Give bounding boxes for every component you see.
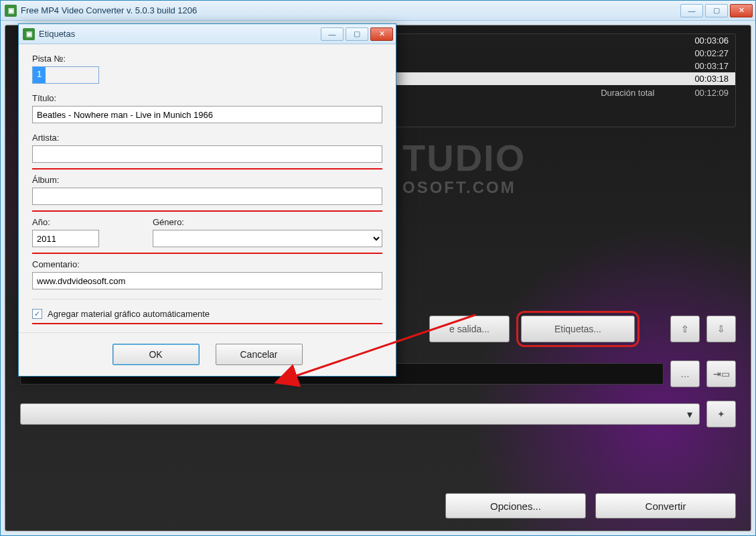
field-album: Álbum: bbox=[32, 175, 382, 205]
label-genero: Género: bbox=[153, 217, 382, 227]
auto-artwork-label: Agregar material gráfico automáticamente bbox=[48, 309, 210, 319]
dialog-footer: OK Cancelar bbox=[19, 332, 396, 376]
maximize-button[interactable]: ▢ bbox=[705, 4, 728, 17]
etiquetas-highlight: Etiquetas... bbox=[516, 311, 639, 347]
annotation-redline bbox=[32, 210, 382, 212]
field-genero: Género: bbox=[153, 217, 382, 247]
duration-cell: 00:03:06 bbox=[694, 36, 729, 46]
genre-select[interactable] bbox=[153, 230, 382, 247]
annotation-redline bbox=[32, 323, 382, 324]
title-input[interactable] bbox=[32, 106, 382, 123]
browse-button[interactable]: … bbox=[670, 360, 700, 387]
convert-button[interactable]: Convertir bbox=[595, 493, 736, 519]
main-titlebar: ▣ Free MP4 Video Converter v. 5.0.3 buil… bbox=[1, 1, 755, 21]
annotation-redline bbox=[32, 253, 382, 254]
field-comentario: Comentario: bbox=[32, 259, 382, 289]
duration-cell: 00:03:17 bbox=[694, 61, 729, 71]
year-input[interactable] bbox=[32, 230, 99, 247]
track-number-input[interactable]: 1 bbox=[32, 66, 99, 84]
preset-dropdown[interactable] bbox=[20, 403, 700, 425]
artist-input[interactable] bbox=[32, 145, 382, 163]
cancel-button[interactable]: Cancelar bbox=[216, 344, 303, 365]
etiquetas-button[interactable]: Etiquetas... bbox=[521, 316, 635, 342]
app-icon: ▣ bbox=[5, 5, 17, 17]
dialog-titlebar: ▣ Etiquetas — ▢ ✕ bbox=[19, 24, 396, 44]
open-folder-icon: ⇥▭ bbox=[713, 368, 730, 379]
dialog-title: Etiquetas bbox=[39, 29, 317, 39]
ok-button[interactable]: OK bbox=[112, 344, 200, 365]
footer-row: Opciones... Convertir bbox=[445, 493, 736, 519]
preset-row: ✦ bbox=[20, 401, 736, 427]
field-titulo: Título: bbox=[32, 93, 382, 123]
auto-artwork-row: ✓ Agregar material gráfico automáticamen… bbox=[32, 299, 382, 322]
output-folder-button[interactable]: e salida... bbox=[429, 316, 510, 342]
move-up-button[interactable]: ⇧ bbox=[670, 316, 700, 342]
field-ano: Año: bbox=[32, 217, 112, 247]
duration-cell: 00:03:18 bbox=[694, 74, 729, 84]
label-ano: Año: bbox=[32, 217, 112, 227]
brand-watermark: TUDIO OSOFT.COM bbox=[402, 139, 724, 196]
total-label: Duración total bbox=[601, 88, 654, 98]
minimize-button[interactable]: — bbox=[680, 4, 703, 17]
duration-cell: 00:02:27 bbox=[694, 48, 729, 58]
move-down-button[interactable]: ⇩ bbox=[706, 316, 736, 342]
field-artista: Artista: bbox=[32, 133, 382, 163]
total-value: 00:12:09 bbox=[694, 88, 729, 98]
dialog-maximize-button[interactable]: ▢ bbox=[346, 27, 368, 41]
preset-wizard-button[interactable]: ✦ bbox=[706, 401, 736, 427]
main-window-title: Free MP4 Video Converter v. 5.0.3 build … bbox=[21, 5, 676, 15]
label-pista: Pista №: bbox=[32, 54, 382, 64]
wand-icon: ✦ bbox=[717, 409, 725, 419]
comment-input[interactable] bbox=[32, 272, 382, 289]
close-button[interactable]: ✕ bbox=[730, 4, 753, 17]
label-album: Álbum: bbox=[32, 175, 382, 185]
annotation-redline bbox=[32, 168, 382, 170]
album-input[interactable] bbox=[32, 188, 382, 205]
label-titulo: Título: bbox=[32, 93, 382, 103]
etiquetas-dialog: ▣ Etiquetas — ▢ ✕ Pista №: 1 Título: Art… bbox=[18, 23, 396, 377]
label-artista: Artista: bbox=[32, 133, 382, 143]
app-icon: ▣ bbox=[23, 28, 35, 40]
label-comentario: Comentario: bbox=[32, 259, 382, 269]
field-pista: Pista №: 1 bbox=[32, 54, 382, 84]
auto-artwork-checkbox[interactable]: ✓ bbox=[32, 309, 42, 319]
open-folder-button[interactable]: ⇥▭ bbox=[706, 360, 736, 387]
dialog-minimize-button[interactable]: — bbox=[321, 27, 344, 41]
dialog-body: Pista №: 1 Título: Artista: Álbum: Año: bbox=[19, 44, 396, 332]
options-button[interactable]: Opciones... bbox=[445, 493, 586, 519]
dialog-close-button[interactable]: ✕ bbox=[370, 27, 393, 41]
track-number-value: 1 bbox=[33, 67, 46, 83]
